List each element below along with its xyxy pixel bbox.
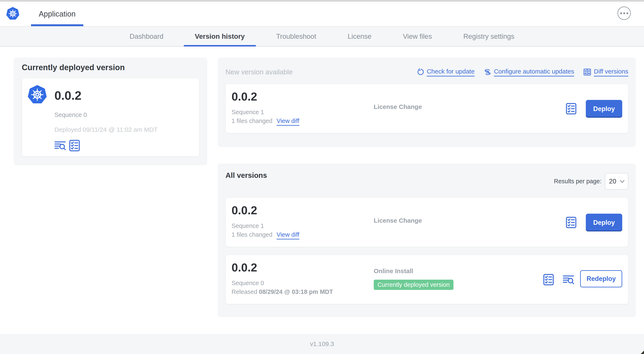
files-changed-label: 1 files changed (232, 231, 272, 238)
row-version-number: 0.0.2 (232, 261, 257, 274)
row-version-number: 0.0.2 (232, 90, 257, 103)
preflight-checks-icon[interactable] (566, 217, 576, 228)
row-sequence: Sequence 1 (232, 222, 264, 229)
screen-corner-artifact (641, 351, 644, 354)
version-row: 0.0.2 Sequence 1 1 files changed View di… (226, 198, 628, 247)
all-versions-title: All versions (226, 171, 267, 180)
chevron-down-icon (620, 179, 625, 183)
results-per-page-select[interactable]: 20 (605, 173, 628, 190)
currently-deployed-badge: Currently deployed version (374, 280, 454, 290)
preflight-checks-icon[interactable] (69, 140, 80, 152)
preflight-checks-icon[interactable] (566, 103, 576, 115)
app-icon (27, 84, 47, 105)
currently-deployed-section: Currently deployed version 0.0.2 Sequenc… (14, 58, 207, 165)
all-versions-section: All versions Results per page: 20 0.0.2 … (218, 164, 636, 317)
row-source-label: Online Install (374, 267, 413, 275)
deploy-button[interactable]: Deploy (586, 100, 622, 118)
more-menu-button[interactable] (618, 7, 631, 20)
app-tab-label: Application (39, 10, 76, 19)
active-app-tab-underline (31, 24, 83, 26)
tab-troubleshoot[interactable]: Troubleshoot (276, 27, 316, 46)
files-changed-label: 1 files changed (232, 118, 272, 124)
row-version-number: 0.0.2 (232, 204, 257, 217)
tab-view-files[interactable]: View files (403, 27, 432, 46)
diff-versions-link[interactable]: Diff versions (583, 68, 628, 77)
auto-update-clock-icon (484, 68, 491, 76)
view-diff-link[interactable]: View diff (276, 231, 300, 239)
redeploy-button[interactable]: Redeploy (580, 270, 622, 287)
tab-dashboard[interactable]: Dashboard (130, 27, 163, 46)
ellipsis-icon (620, 12, 622, 14)
row-released-timestamp: Released 08/29/24 @ 03:18 pm MDT (232, 288, 333, 295)
deploy-button[interactable]: Deploy (586, 214, 622, 231)
deployed-sequence: Sequence 0 (54, 111, 87, 118)
console-version: v1.109.3 (310, 340, 334, 347)
new-version-title: New version available (226, 68, 293, 76)
version-row: 0.0.2 Sequence 0 Released 08/29/24 @ 03:… (226, 255, 628, 304)
active-tab-underline (184, 45, 256, 47)
row-source-label: License Change (374, 103, 422, 110)
deployed-version-number: 0.0.2 (54, 88, 82, 102)
row-source-label: License Change (374, 217, 422, 224)
deploy-logs-icon[interactable] (54, 141, 66, 150)
currently-deployed-title: Currently deployed version (22, 63, 125, 72)
deployed-timestamp: Deployed 09/11/24 @ 11:02 am MDT (54, 126, 158, 133)
preflight-checks-icon[interactable] (543, 274, 554, 285)
diff-icon (583, 68, 591, 76)
tab-version-history[interactable]: Version history (195, 27, 245, 46)
configure-automatic-updates-link[interactable]: Configure automatic updates (484, 68, 574, 77)
app-tab-application[interactable]: Application (39, 2, 76, 26)
tab-registry-settings[interactable]: Registry settings (463, 27, 514, 46)
tab-license[interactable]: License (348, 27, 372, 46)
results-per-page-value: 20 (609, 178, 616, 185)
view-diff-link[interactable]: View diff (276, 118, 300, 126)
app-footer: v1.109.3 (0, 334, 644, 354)
row-sequence: Sequence 0 (232, 280, 264, 286)
refresh-icon (417, 68, 424, 76)
row-sequence: Sequence 1 (232, 109, 264, 116)
check-for-update-link[interactable]: Check for update (417, 68, 474, 77)
deploy-logs-icon[interactable] (563, 275, 574, 284)
window-top-edge (0, 0, 644, 2)
new-version-section: New version available Check for update (218, 58, 636, 147)
currently-deployed-card: 0.0.2 Sequence 0 Deployed 09/11/24 @ 11:… (22, 78, 199, 157)
results-per-page-label: Results per page: (554, 178, 602, 185)
kubernetes-logo-icon (6, 6, 20, 21)
app-subnav: Dashboard Version history Troubleshoot L… (0, 27, 644, 47)
new-version-row: 0.0.2 Sequence 1 1 files changed View di… (226, 84, 628, 133)
app-header: Application (0, 2, 644, 27)
